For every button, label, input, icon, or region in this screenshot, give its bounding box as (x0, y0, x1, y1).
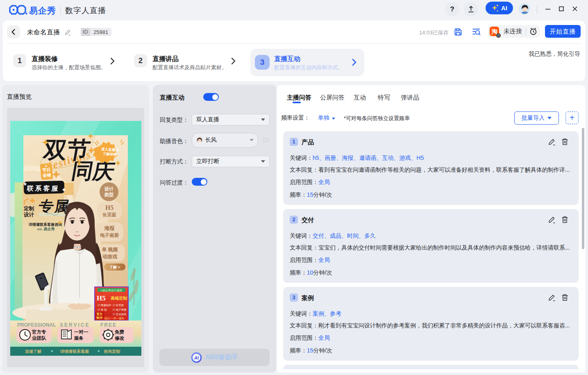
svg-text:☑ 画册制作: ☑ 画册制作 (98, 304, 111, 307)
svg-text:制作: 制作 (96, 316, 103, 320)
svg-text:详情请联系客服: 详情请联系客服 (60, 349, 89, 354)
svg-text:服务: 服务 (74, 336, 84, 341)
svg-text:修改: 修改 (114, 336, 125, 341)
svg-text:类型: 类型 (104, 192, 114, 197)
svg-text:海报: 海报 (104, 225, 115, 231)
svg-text:FREE: FREE (100, 322, 117, 328)
svg-text:定制: 定制 (23, 206, 34, 211)
svg-text:设计: 设计 (23, 212, 34, 218)
svg-text:加速了解: 加速了解 (25, 349, 41, 354)
svg-text:促销: 促销 (42, 173, 51, 178)
svg-text:节日: 节日 (42, 167, 51, 173)
svg-text:业团队: 业团队 (32, 336, 47, 341)
svg-text:✦: ✦ (97, 349, 100, 353)
svg-text:联系客服: 联系客服 (26, 184, 60, 192)
svg-text:☑ 长页面: ☑ 长页面 (113, 304, 124, 307)
svg-text:设计: 设计 (104, 186, 114, 191)
svg-text:长页面: 长页面 (102, 212, 116, 217)
svg-text:☑ 互动游戏: ☑ 互动游戏 (113, 313, 127, 316)
svg-text:☑ 电子画册: ☑ 电子画册 (113, 308, 127, 311)
svg-text:✦: ✦ (50, 349, 54, 353)
svg-text:高端定制: 高端定制 (111, 296, 127, 300)
svg-text:动游戏: 动游戏 (102, 254, 117, 259)
svg-text:免费: 免费 (114, 330, 125, 334)
svg-text:AI: AI (194, 355, 199, 360)
svg-text:电子画册: 电子画册 (100, 233, 119, 238)
svg-text:单 视频: 单 视频 (102, 247, 118, 252)
svg-text:详情请联系客服咨询: 详情请联系客服咨询 (28, 222, 62, 227)
svg-text:H5: H5 (97, 294, 106, 302)
svg-text:co. 易企秀: co. 易企秀 (37, 227, 55, 231)
svg-text:专属: 专属 (38, 198, 70, 215)
svg-text:官方专: 官方专 (32, 329, 46, 334)
svg-text:了解 >: 了解 > (109, 265, 120, 269)
svg-text:H5: H5 (105, 204, 114, 211)
svg-text:一对一: 一对一 (74, 330, 89, 334)
svg-text:咨询定制: 咨询定制 (104, 349, 120, 354)
svg-text:官方: 官方 (97, 312, 103, 316)
svg-text:同庆: 同庆 (70, 159, 116, 183)
svg-text:∞易企秀设计服务: ∞易企秀设计服务 (100, 289, 123, 292)
svg-text:☑ 海 报: ☑ 海 报 (98, 308, 107, 311)
svg-text:PROFESSIONAL: PROFESSIONAL (17, 322, 56, 328)
svg-text:SERVICE: SERVICE (60, 322, 90, 328)
